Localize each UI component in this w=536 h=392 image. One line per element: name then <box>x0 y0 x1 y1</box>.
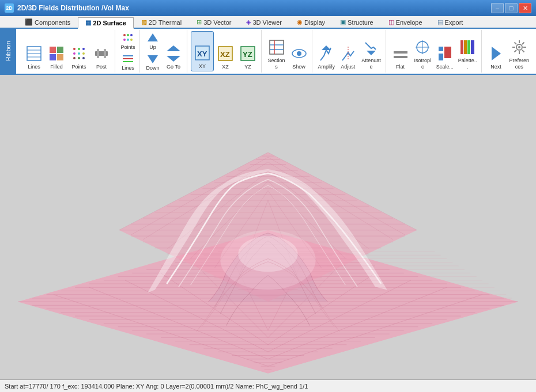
svg-point-13 <box>82 52 85 55</box>
svg-point-8 <box>73 48 76 50</box>
svg-point-15 <box>78 57 80 59</box>
svg-rect-56 <box>460 40 463 54</box>
plane-group: XY XY XZ XZ YZ <box>188 30 262 73</box>
down-icon <box>146 52 159 65</box>
tab-2d-surface[interactable]: ▦2D Surface <box>78 17 133 29</box>
yz-icon: YZ <box>239 44 257 63</box>
svg-line-68 <box>522 50 524 52</box>
preferences-label: Preferences <box>509 58 530 70</box>
points2-icon <box>122 32 134 44</box>
post-button[interactable]: Post <box>90 31 112 71</box>
tab-3d-vector[interactable]: ⊞3D Vector <box>189 16 239 28</box>
tab-3d-viewer[interactable]: ◈3D Viewer <box>239 16 289 28</box>
view-type-group: Lines Filled <box>21 30 115 73</box>
adjust-button[interactable]: Adjust <box>338 31 359 71</box>
goto-label: Go To <box>167 64 180 70</box>
lines-button[interactable]: Lines <box>23 31 45 71</box>
svg-line-67 <box>514 43 516 45</box>
point-line-btns: Points Lines <box>119 31 137 71</box>
svg-marker-45 <box>322 45 331 50</box>
scale-button[interactable]: Scale... <box>435 31 456 71</box>
svg-line-69 <box>522 43 524 45</box>
svg-text:XZ: XZ <box>220 50 230 59</box>
svg-marker-29 <box>148 33 158 41</box>
sections-group: Sections Show <box>263 30 312 73</box>
close-button[interactable]: ✕ <box>519 3 531 13</box>
tab-components[interactable]: ⬛Components <box>17 16 78 28</box>
svg-point-44 <box>297 51 301 56</box>
flat-icon <box>391 44 410 63</box>
up-label: Up <box>149 44 156 50</box>
svg-point-14 <box>73 57 76 59</box>
tab-structure[interactable]: ▣Structure <box>333 16 381 28</box>
preferences-button[interactable]: Preferences <box>507 31 531 71</box>
lines2-button[interactable]: Lines <box>119 52 137 71</box>
attenuate-button[interactable]: Attenuate <box>359 31 383 71</box>
visualization-area <box>0 75 536 379</box>
points-button[interactable]: Points <box>68 31 90 71</box>
next-button[interactable]: Next <box>485 31 507 71</box>
palette-button[interactable]: Palette... <box>456 31 479 71</box>
title-text: 2D/3D Fields Distribution /Vol Max <box>17 4 490 12</box>
field-visualization <box>0 75 536 379</box>
svg-point-16 <box>82 57 85 59</box>
point-line-group: Points Lines <box>116 30 140 73</box>
ribbon-content: Lines Filled <box>2 30 534 73</box>
goto-button[interactable]: Go To <box>163 31 184 71</box>
lines2-label: Lines <box>122 65 134 71</box>
post-icon <box>92 44 111 63</box>
flat-button[interactable]: Flat <box>390 31 411 71</box>
show-button[interactable]: Show <box>288 31 309 71</box>
restore-button[interactable]: □ <box>505 3 518 13</box>
svg-point-11 <box>73 52 76 55</box>
svg-point-20 <box>123 34 126 36</box>
status-bar: Start at=17770/ 170 f_exc: 193414.000 Pl… <box>0 379 536 392</box>
isotropic-button[interactable]: Isotropic <box>412 31 434 71</box>
up-button[interactable]: Up <box>144 31 162 51</box>
title-bar: 2D 2D/3D Fields Distribution /Vol Max – … <box>0 0 536 16</box>
svg-point-12 <box>78 52 80 55</box>
title-icon: 2D <box>5 3 14 13</box>
svg-point-62 <box>518 46 520 48</box>
tab-2d-thermal[interactable]: ▩2D Thermal <box>134 16 189 28</box>
flat-label: Flat <box>396 64 405 70</box>
amplify-button[interactable]: Amplify <box>316 31 337 71</box>
xz-label: XZ <box>222 64 229 70</box>
points-label: Points <box>71 64 86 70</box>
svg-rect-49 <box>394 56 407 58</box>
svg-rect-55 <box>444 47 451 58</box>
svg-point-10 <box>82 48 85 50</box>
svg-marker-30 <box>148 55 158 63</box>
svg-rect-39 <box>270 40 284 54</box>
down-button[interactable]: Down <box>144 52 162 71</box>
tab-envelope[interactable]: ◫Envelope <box>381 16 430 28</box>
svg-point-165 <box>238 236 297 272</box>
tab-export[interactable]: ▤Export <box>430 16 471 28</box>
svg-marker-47 <box>367 51 376 55</box>
xz-button[interactable]: XZ XZ <box>214 31 236 71</box>
svg-marker-31 <box>167 45 180 51</box>
points2-button[interactable]: Points <box>119 31 137 51</box>
svg-point-23 <box>123 39 126 41</box>
points2-label: Points <box>120 44 135 50</box>
amplify-label: Amplify <box>318 64 335 70</box>
svg-rect-53 <box>439 47 443 51</box>
navigate-group: Up Down Go T <box>141 30 187 73</box>
sections-icon <box>267 38 286 56</box>
svg-point-22 <box>130 34 133 36</box>
ribbon: Ribbon Lines <box>0 29 536 75</box>
filled-button[interactable]: Filled <box>46 31 67 71</box>
palette-icon <box>458 38 477 56</box>
sections-button[interactable]: Sections <box>265 31 288 71</box>
yz-button[interactable]: YZ YZ <box>237 31 259 71</box>
xy-button[interactable]: XY XY <box>191 31 214 71</box>
svg-rect-6 <box>50 54 56 60</box>
scale-icon <box>436 44 454 63</box>
amplitude-group: Amplify Adjust Attenuate <box>314 30 386 73</box>
up-icon <box>146 32 159 44</box>
tab-display[interactable]: ◉Display <box>289 16 333 28</box>
xy-label: XY <box>199 63 206 70</box>
ribbon-tabs: ⬛Components ▦2D Surface ▩2D Thermal ⊞3D … <box>0 16 536 29</box>
isotropic-icon <box>413 38 432 56</box>
minimize-button[interactable]: – <box>491 3 504 13</box>
